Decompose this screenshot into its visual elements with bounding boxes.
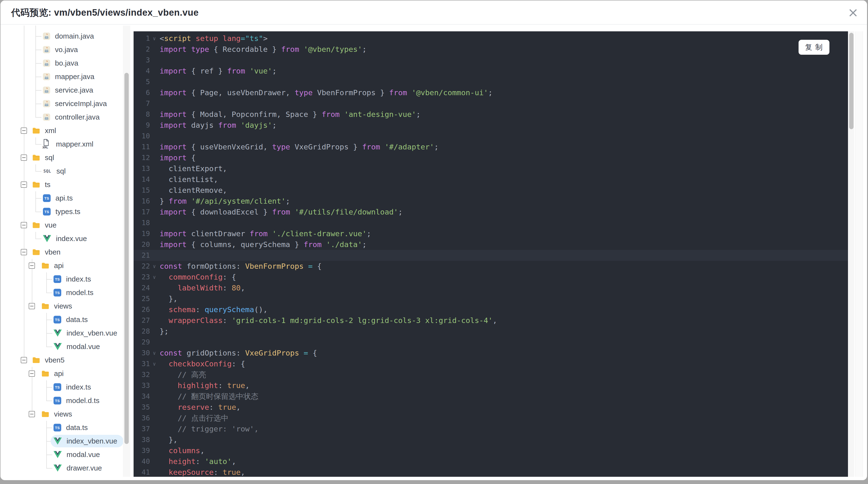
tree-item-index-vben-vue[interactable]: index_vben.vue (0, 326, 131, 340)
collapse-icon[interactable] (21, 249, 27, 255)
tree-item-content[interactable]: TSdata.ts (51, 421, 94, 434)
tree-item-domain-java[interactable]: domain.java (0, 29, 131, 43)
vue-icon (54, 329, 62, 337)
collapse-icon[interactable] (29, 411, 35, 417)
tree-item-sql[interactable]: SQLsql (0, 164, 131, 178)
tree-item-content[interactable]: modal.vue (51, 448, 106, 461)
tree-item-serviceimpl-java[interactable]: serviceImpl.java (0, 97, 131, 110)
tree-item-modal-vue[interactable]: modal.vue (0, 340, 131, 353)
tree-item-xml[interactable]: xml (0, 124, 131, 137)
code-text: labelWidth: 80, (159, 283, 245, 293)
line-number: 3 (133, 55, 150, 66)
tree-item-mapper-xml[interactable]: XMLmapper.xml (0, 137, 131, 151)
tree-item-content[interactable]: vben5 (29, 354, 71, 366)
code-line: 39 columns, (133, 445, 848, 456)
tree-item-drawer-vue[interactable]: drawer.vue (0, 461, 131, 475)
tree-item-content[interactable]: xml (29, 124, 62, 137)
tree-item-index-vben-vue[interactable]: index_vben.vue (0, 434, 131, 448)
collapse-icon[interactable] (29, 262, 35, 269)
tree-item-vo-java[interactable]: vo.java (0, 43, 131, 56)
tree-item-content[interactable]: serviceImpl.java (40, 97, 113, 110)
tree-item-content[interactable]: TSindex.ts (51, 273, 97, 285)
tree-item-content[interactable]: TSapi.ts (40, 192, 79, 204)
code-line: 19import clientDrawer from './client-dra… (133, 228, 848, 239)
fold-arrow-icon[interactable]: ∨ (150, 348, 159, 358)
fold-arrow-icon[interactable]: ∨ (150, 358, 159, 369)
tree-item-content[interactable]: controller.java (40, 111, 106, 123)
code-editor[interactable]: 1∨<script setup lang="ts">2import type {… (133, 31, 848, 477)
tree-item-content[interactable]: index.vue (40, 232, 93, 245)
tree-item-types-ts[interactable]: TStypes.ts (0, 205, 131, 218)
tree-item-api[interactable]: api (0, 367, 131, 380)
tree-item-views[interactable]: views (0, 299, 131, 313)
tree-item-content[interactable]: vo.java (40, 43, 84, 56)
tree-item-vben5[interactable]: vben5 (0, 353, 131, 367)
tree-item-label: views (54, 302, 72, 310)
tree-item-sql[interactable]: sql (0, 151, 131, 164)
tree-item-content[interactable]: TSindex.ts (51, 381, 97, 393)
tree-item-content[interactable]: views (38, 300, 79, 312)
close-button[interactable]: × (845, 5, 861, 20)
code-line: 7 (133, 98, 848, 109)
tree-item-content[interactable]: sql (29, 151, 60, 164)
code-text: keepSource: true, (159, 467, 245, 477)
tree-item-model-ts[interactable]: TSmodel.ts (0, 286, 131, 299)
fold-arrow-icon[interactable]: ∨ (150, 261, 159, 272)
fold-arrow-icon[interactable]: ∨ (150, 33, 159, 44)
tree-item-content[interactable]: vue (29, 219, 63, 231)
tree-item-content[interactable]: api (38, 259, 70, 272)
collapse-icon[interactable] (21, 128, 27, 134)
tree-item-service-java[interactable]: service.java (0, 84, 131, 97)
line-number: 35 (133, 402, 150, 413)
tree-item-content[interactable]: bo.java (40, 57, 85, 69)
tree-item-ts[interactable]: ts (0, 178, 131, 191)
collapse-icon[interactable] (21, 222, 27, 228)
tree-item-content[interactable]: domain.java (40, 30, 100, 42)
tree-item-content[interactable]: TSdata.ts (51, 313, 94, 326)
fold-column (150, 239, 159, 250)
tree-item-content[interactable]: TStypes.ts (40, 205, 87, 218)
tree-item-content[interactable]: ts (29, 179, 57, 191)
tree-item-modal-vue[interactable]: modal.vue (0, 448, 131, 461)
folder-icon (32, 357, 40, 363)
code-line: 13 clientExport, (133, 163, 848, 174)
tree-item-content[interactable]: SQLsql (40, 165, 72, 178)
tree-item-content[interactable]: mapper.java (40, 70, 100, 83)
tree-item-selected[interactable]: index_vben.vue (51, 435, 123, 447)
collapse-icon[interactable] (21, 357, 27, 363)
tree-item-content[interactable]: api (38, 367, 70, 380)
collapse-icon[interactable] (21, 182, 27, 188)
tree-item-data-ts[interactable]: TSdata.ts (0, 421, 131, 434)
tree-item-content[interactable]: drawer.vue (51, 462, 108, 474)
collapse-icon[interactable] (29, 303, 35, 309)
tree-item-index-ts[interactable]: TSindex.ts (0, 272, 131, 286)
code-line: 31∨ checkboxConfig: { (133, 358, 848, 369)
tree-item-api-ts[interactable]: TSapi.ts (0, 191, 131, 205)
tree-item-bo-java[interactable]: bo.java (0, 56, 131, 70)
tree-item-content[interactable]: service.java (40, 84, 99, 96)
tree-item-views[interactable]: views (0, 407, 131, 421)
code-line: 34 // 翻页时保留选中状态 (133, 391, 848, 402)
tree-item-index-vue[interactable]: index.vue (0, 232, 131, 246)
tree-item-content[interactable]: views (38, 408, 79, 420)
collapse-icon[interactable] (29, 370, 35, 377)
tree-item-model-d-ts[interactable]: TSmodel.d.ts (0, 394, 131, 407)
tree-item-vben[interactable]: vben (0, 246, 131, 259)
tree-item-content[interactable]: XMLmapper.xml (40, 138, 100, 151)
tree-item-content[interactable]: modal.vue (51, 340, 106, 353)
collapse-icon[interactable] (21, 155, 27, 161)
tree-item-content[interactable]: index_vben.vue (51, 327, 123, 340)
tree-item-content[interactable]: TSmodel.d.ts (51, 394, 105, 407)
tree-item-vue[interactable]: vue (0, 218, 131, 232)
tree-item-controller-java[interactable]: controller.java (0, 110, 131, 124)
tree-item-data-ts[interactable]: TSdata.ts (0, 313, 131, 326)
tree-scrollbar-thumb[interactable] (124, 73, 129, 444)
fold-arrow-icon[interactable]: ∨ (150, 272, 159, 283)
copy-button[interactable]: 复 制 (799, 40, 830, 55)
tree-item-mapper-java[interactable]: mapper.java (0, 70, 131, 84)
tree-item-index-ts[interactable]: TSindex.ts (0, 380, 131, 394)
editor-scrollbar-thumb[interactable] (849, 33, 854, 129)
tree-item-api[interactable]: api (0, 259, 131, 272)
tree-item-content[interactable]: TSmodel.ts (51, 286, 100, 299)
tree-item-content[interactable]: vben (29, 246, 67, 258)
